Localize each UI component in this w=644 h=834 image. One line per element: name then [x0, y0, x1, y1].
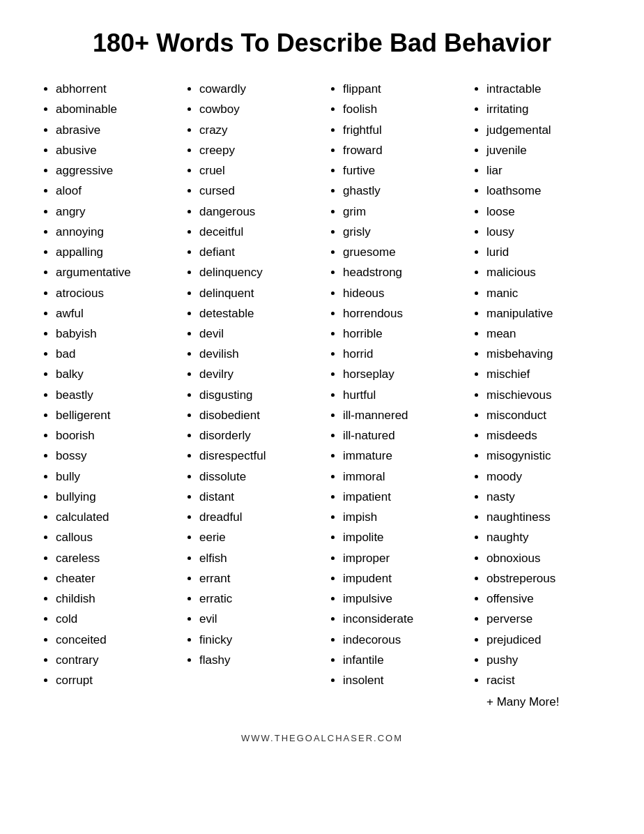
list-item: juvenile	[486, 140, 602, 160]
list-item: devil	[199, 324, 315, 344]
list-item: awful	[56, 303, 171, 324]
footer: WWW.THEGOALCHASER.COM	[35, 733, 609, 743]
list-item: crazy	[199, 120, 315, 140]
list-item: perverse	[486, 609, 602, 629]
list-item: defiant	[199, 242, 315, 262]
list-item: gruesome	[343, 242, 459, 262]
list-item: devilry	[199, 364, 315, 384]
more-text: + Many More!	[486, 692, 602, 712]
list-item: frightful	[343, 120, 459, 140]
list-item: childish	[56, 589, 171, 609]
list-item: impatient	[343, 487, 459, 507]
list-item: bad	[56, 344, 171, 364]
list-item: elfish	[199, 548, 315, 568]
column-4: intractableirritatingjudgementaljuvenile…	[466, 79, 609, 712]
list-item: furtive	[343, 160, 459, 181]
list-item: beastly	[56, 385, 171, 405]
column-2: cowardlycowboycrazycreepycruelcurseddang…	[178, 79, 322, 712]
list-item: bullying	[56, 487, 171, 507]
list-item: dreadful	[199, 507, 315, 527]
column-1: abhorrentabominableabrasiveabusiveaggres…	[35, 79, 178, 712]
list-item: liar	[486, 160, 602, 181]
list-item: disrespectful	[199, 446, 315, 466]
list-item: infantile	[343, 650, 459, 670]
list-item: dangerous	[199, 202, 315, 222]
list-item: abominable	[56, 99, 171, 119]
list-item: appalling	[56, 242, 171, 262]
list-item: grisly	[343, 222, 459, 242]
list-item: bossy	[56, 446, 171, 466]
list-item: misogynistic	[486, 446, 602, 466]
list-item: intractable	[486, 79, 602, 99]
list-item: foolish	[343, 99, 459, 119]
list-item: boorish	[56, 425, 171, 446]
list-item: cowardly	[199, 79, 315, 99]
list-item: manic	[486, 283, 602, 303]
list-item: headstrong	[343, 262, 459, 282]
list-item: immature	[343, 446, 459, 466]
list-item: finicky	[199, 630, 315, 650]
list-item: horrid	[343, 344, 459, 364]
list-item: annoying	[56, 222, 171, 242]
list-item: naughtiness	[486, 507, 602, 527]
list-item: flippant	[343, 79, 459, 99]
list-item: nasty	[486, 487, 602, 507]
list-item: errant	[199, 568, 315, 589]
list-item: judgemental	[486, 120, 602, 140]
column-3: flippantfoolishfrightfulfrowardfurtivegh…	[322, 79, 466, 712]
list-item: cruel	[199, 160, 315, 181]
list-item: abrasive	[56, 120, 171, 140]
list-item: erratic	[199, 589, 315, 609]
list-item: cursed	[199, 181, 315, 201]
list-item: corrupt	[56, 670, 171, 690]
list-item: belligerent	[56, 405, 171, 425]
list-item: naughty	[486, 527, 602, 547]
list-item: devilish	[199, 344, 315, 364]
list-item: misdeeds	[486, 425, 602, 446]
list-item: deceitful	[199, 222, 315, 242]
list-item: malicious	[486, 262, 602, 282]
list-item: delinquency	[199, 262, 315, 282]
list-item: obnoxious	[486, 548, 602, 568]
list-item: impulsive	[343, 589, 459, 609]
list-item: disobedient	[199, 405, 315, 425]
list-item: pushy	[486, 650, 602, 670]
list-item: callous	[56, 527, 171, 547]
list-item: abusive	[56, 140, 171, 160]
list-item: manipulative	[486, 303, 602, 324]
list-item: misbehaving	[486, 344, 602, 364]
list-item: moody	[486, 467, 602, 487]
list-item: angry	[56, 202, 171, 222]
list-item: horrible	[343, 324, 459, 344]
list-item: balky	[56, 364, 171, 384]
list-item: mischief	[486, 364, 602, 384]
list-item: irritating	[486, 99, 602, 119]
list-item: froward	[343, 140, 459, 160]
list-item: eerie	[199, 527, 315, 547]
list-item: disgusting	[199, 385, 315, 405]
list-item: contrary	[56, 650, 171, 670]
list-item: indecorous	[343, 630, 459, 650]
list-item: ill-mannered	[343, 405, 459, 425]
list-item: ghastly	[343, 181, 459, 201]
list-item: cowboy	[199, 99, 315, 119]
list-item: loathsome	[486, 181, 602, 201]
list-item: impish	[343, 507, 459, 527]
list-item: insolent	[343, 670, 459, 690]
list-item: aloof	[56, 181, 171, 201]
list-item: impolite	[343, 527, 459, 547]
list-item: disorderly	[199, 425, 315, 446]
list-item: babyish	[56, 324, 171, 344]
list-item: flashy	[199, 650, 315, 670]
list-item: atrocious	[56, 283, 171, 303]
list-item: cold	[56, 609, 171, 629]
list-item: cheater	[56, 568, 171, 589]
list-item: aggressive	[56, 160, 171, 181]
list-item: argumentative	[56, 262, 171, 282]
list-item: obstreperous	[486, 568, 602, 589]
list-item: lurid	[486, 242, 602, 262]
list-item: conceited	[56, 630, 171, 650]
list-item: improper	[343, 548, 459, 568]
list-item: ill-natured	[343, 425, 459, 446]
list-item: distant	[199, 487, 315, 507]
